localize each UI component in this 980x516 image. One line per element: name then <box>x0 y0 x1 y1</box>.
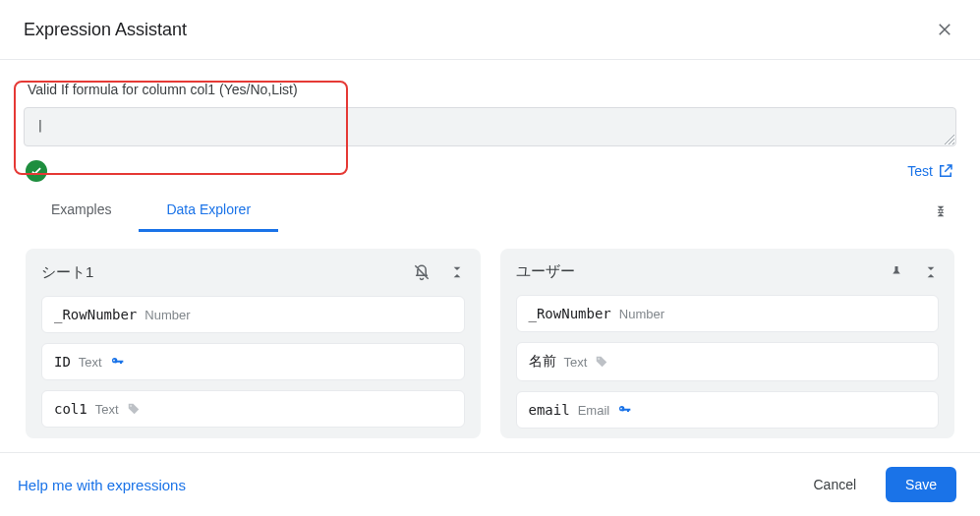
svg-point-2 <box>599 358 601 360</box>
column-row[interactable]: col1 Text <box>41 390 465 428</box>
unfold-less-icon <box>923 264 939 280</box>
svg-point-1 <box>130 405 132 407</box>
key-icon <box>110 354 126 370</box>
unfold-less-icon <box>933 203 949 219</box>
bell-off-icon <box>412 262 432 282</box>
notifications-off-button[interactable] <box>412 262 432 282</box>
panel-header: シート1 <box>41 262 465 282</box>
expression-input-wrap: | <box>24 107 956 146</box>
panel-sheet1: シート1 _RowNumber Number ID Text <box>26 249 481 438</box>
column-name: _RowNumber <box>54 307 137 322</box>
panel-header-icons <box>412 262 465 282</box>
dialog-header: Expression Assistant <box>0 0 980 60</box>
panel-title: ユーザー <box>516 262 575 281</box>
svg-point-0 <box>113 360 115 362</box>
pin-button[interactable] <box>888 263 905 281</box>
expression-label: Valid If formula for column col1 (Yes/No… <box>28 82 952 97</box>
test-button[interactable]: Test <box>907 162 954 180</box>
panel-title: シート1 <box>41 263 93 282</box>
column-type: Text <box>564 355 588 370</box>
column-type: Email <box>578 403 610 418</box>
help-link[interactable]: Help me with expressions <box>18 477 186 493</box>
dialog-title: Expression Assistant <box>24 20 187 40</box>
column-name: email <box>529 402 570 418</box>
resize-handle-icon[interactable] <box>945 135 954 144</box>
column-type: Text <box>95 402 119 417</box>
key-icon <box>617 402 633 418</box>
column-row[interactable]: 名前 Text <box>516 342 940 381</box>
panel-users: ユーザー _RowNumber Number 名前 Text <box>500 249 955 438</box>
column-name: 名前 <box>529 353 556 371</box>
tag-icon <box>595 355 608 369</box>
tab-data-explorer[interactable]: Data Explorer <box>139 190 278 232</box>
open-external-icon <box>937 162 954 180</box>
column-name: _RowNumber <box>529 306 611 321</box>
pin-icon <box>888 263 905 281</box>
status-row: Test <box>26 160 954 182</box>
footer-actions: Cancel Save <box>803 467 956 502</box>
close-button[interactable] <box>933 18 956 41</box>
cancel-button[interactable]: Cancel <box>803 469 866 500</box>
dialog-footer: Help me with expressions Cancel Save <box>0 452 980 516</box>
tag-icon <box>127 402 141 416</box>
tabs-row: Examples Data Explorer <box>24 190 956 233</box>
collapse-all-button[interactable] <box>925 196 956 227</box>
column-name: col1 <box>54 401 87 417</box>
unfold-less-icon <box>449 264 465 280</box>
column-row[interactable]: _RowNumber Number <box>41 296 465 333</box>
panel-header: ユーザー <box>516 262 940 281</box>
status-valid-icon <box>26 160 47 182</box>
svg-point-3 <box>620 408 622 410</box>
tabs: Examples Data Explorer <box>24 190 278 232</box>
data-explorer-panels: シート1 _RowNumber Number ID Text <box>24 249 956 438</box>
check-icon <box>29 164 43 178</box>
close-icon <box>936 21 953 38</box>
column-type: Number <box>619 307 664 321</box>
test-label: Test <box>907 163 933 179</box>
column-name: ID <box>54 354 71 370</box>
tab-examples[interactable]: Examples <box>24 190 139 232</box>
column-row[interactable]: _RowNumber Number <box>516 295 940 332</box>
panel-header-icons <box>888 263 939 281</box>
column-row[interactable]: ID Text <box>41 343 465 380</box>
panel-collapse-button[interactable] <box>449 262 465 282</box>
text-cursor: | <box>36 118 44 133</box>
dialog-content: Valid If formula for column col1 (Yes/No… <box>0 60 980 438</box>
column-row[interactable]: email Email <box>516 391 940 429</box>
expression-input[interactable]: | <box>24 107 956 146</box>
save-button[interactable]: Save <box>886 467 956 502</box>
column-type: Number <box>144 308 190 322</box>
panel-collapse-button[interactable] <box>923 263 939 281</box>
column-type: Text <box>79 355 102 370</box>
